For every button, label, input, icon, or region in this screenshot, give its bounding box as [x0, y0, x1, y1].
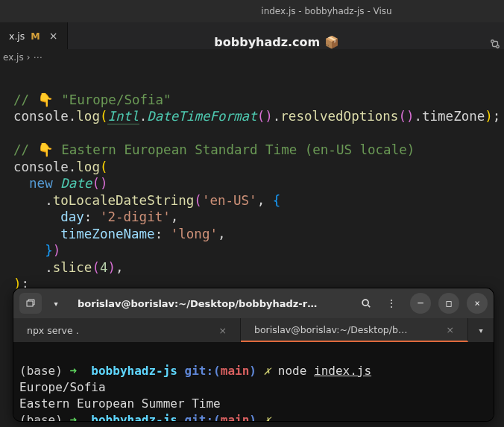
menu-icon[interactable]: ⋮	[380, 293, 403, 314]
tab-dropdown-button[interactable]: ▾	[468, 318, 494, 342]
window-title: index.js - bobbyhadz-js - Visu	[261, 6, 391, 16]
terminal-title-bar[interactable]: ▾ borislav@borislav:~/Desktop/bobbyhadz-…	[13, 288, 494, 318]
breadcrumb[interactable]: ex.js › ⋯	[0, 49, 504, 66]
site-name: bobbyhadz.com	[214, 35, 320, 49]
git-compare-icon[interactable]	[486, 39, 504, 49]
close-icon[interactable]: ×	[49, 30, 58, 42]
close-icon[interactable]: ×	[219, 325, 227, 336]
terminal-tabs: npx serve . × borislav@borislav:~/Deskto…	[13, 318, 494, 342]
maximize-button[interactable]: □	[438, 293, 459, 314]
site-header: bobbyhadz.com 📦	[68, 35, 486, 49]
terminal-output: Europe/Sofia	[19, 380, 106, 394]
breadcrumb-file: ex.js	[3, 52, 24, 63]
svg-point-3	[362, 300, 368, 306]
close-button[interactable]: ×	[467, 293, 488, 314]
terminal-tab[interactable]: npx serve . ×	[13, 318, 241, 342]
cube-icon: 📦	[324, 35, 339, 49]
terminal-window: ▾ borislav@borislav:~/Desktop/bobbyhadz-…	[13, 288, 494, 421]
modified-indicator: M	[31, 31, 40, 42]
breadcrumb-more: ⋯	[34, 52, 42, 63]
code-comment: // 👇 "Europe/Sofia"	[13, 92, 171, 107]
svg-rect-2	[27, 301, 33, 306]
code-comment: // 👇 Eastern European Standard Time (en-…	[13, 142, 415, 157]
minimize-button[interactable]: ─	[410, 293, 431, 314]
terminal-title: borislav@borislav:~/Desktop/bobbyhadz-r…	[70, 298, 352, 309]
window-title-bar: index.js - bobbyhadz-js - Visu	[0, 0, 504, 22]
editor-tabs-row: x.js M × bobbyhadz.com 📦	[0, 22, 504, 49]
new-tab-button[interactable]	[19, 293, 42, 314]
svg-point-0	[491, 40, 494, 43]
svg-point-1	[497, 45, 500, 48]
terminal-tab-label: npx serve .	[27, 325, 79, 336]
search-icon[interactable]	[355, 293, 377, 314]
terminal-body[interactable]: (base) ➜ bobbyhadz-js git:(main) ✗ node …	[13, 342, 494, 421]
tab-label: x.js	[9, 31, 25, 42]
terminal-tab-label: borislav@borislav:~/Desktop/b…	[254, 324, 407, 335]
file-tab[interactable]: x.js M ×	[0, 22, 68, 49]
close-icon[interactable]: ×	[447, 324, 454, 335]
chevron-right-icon: ›	[27, 52, 31, 63]
code-editor[interactable]: // 👇 "Europe/Sofia" console.log(Intl.Dat…	[0, 66, 504, 299]
terminal-output: Eastern European Summer Time	[19, 396, 221, 411]
terminal-tab[interactable]: borislav@borislav:~/Desktop/b… ×	[241, 318, 468, 342]
dropdown-button[interactable]: ▾	[45, 293, 67, 314]
